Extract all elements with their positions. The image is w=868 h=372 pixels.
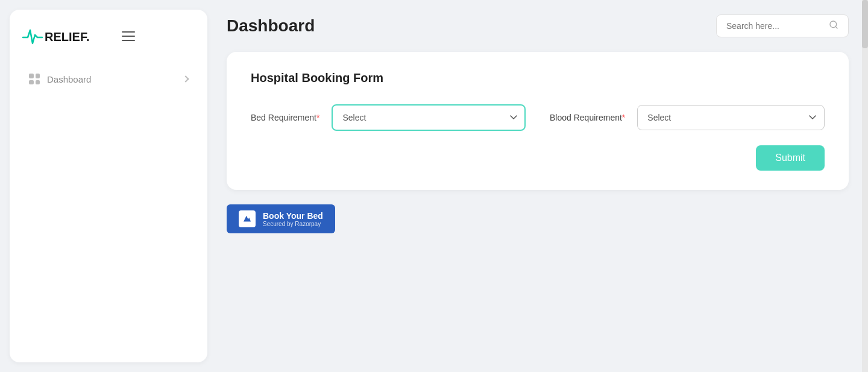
blood-select-wrapper: Select A+ A- B+ B- O+ O- AB+ AB- xyxy=(637,105,825,130)
blood-requirement-group: Blood Requirement* Select A+ A- B+ B- O+… xyxy=(550,105,825,130)
submit-button[interactable]: Submit xyxy=(756,145,825,171)
sidebar-item-left: Dashboard xyxy=(29,74,91,84)
blood-requirement-label: Blood Requirement* xyxy=(550,113,625,122)
form-card: Hospital Booking Form Bed Requirement* S… xyxy=(227,52,849,190)
logo-area: RELIEF. xyxy=(22,24,195,48)
razorpay-button[interactable]: Book Your Bed Secured by Razorpay xyxy=(227,204,335,233)
search-container xyxy=(716,14,849,37)
submit-row: Submit xyxy=(251,145,825,171)
sidebar: RELIEF. Dashboard xyxy=(10,10,207,362)
sidebar-item-label: Dashboard xyxy=(47,74,91,84)
page-title: Dashboard xyxy=(227,16,315,36)
main-content: Dashboard Hospital Booking Form Bed Requ… xyxy=(217,0,868,372)
search-icon xyxy=(829,20,838,32)
bed-requirement-select[interactable]: Select ICU General Private xyxy=(332,104,526,131)
chevron-right-icon xyxy=(182,75,189,82)
razorpay-main-text: Book Your Bed xyxy=(263,211,323,221)
bed-select-wrapper: Select ICU General Private xyxy=(332,104,526,131)
scrollbar-thumb[interactable] xyxy=(862,0,868,48)
razorpay-icon xyxy=(239,210,256,227)
form-row: Bed Requirement* Select ICU General Priv… xyxy=(251,104,825,131)
header: Dashboard xyxy=(217,10,858,52)
razorpay-sub-text: Secured by Razorpay xyxy=(263,221,323,227)
sidebar-item-dashboard[interactable]: Dashboard xyxy=(22,68,195,90)
scrollbar[interactable] xyxy=(862,0,868,372)
form-title: Hospital Booking Form xyxy=(251,71,825,85)
razorpay-text: Book Your Bed Secured by Razorpay xyxy=(263,211,323,227)
blood-required-star: * xyxy=(622,113,625,122)
bed-requirement-group: Bed Requirement* Select ICU General Priv… xyxy=(251,104,526,131)
bed-requirement-label: Bed Requirement* xyxy=(251,113,319,122)
logo: RELIEF. xyxy=(22,24,112,48)
blood-requirement-select[interactable]: Select A+ A- B+ B- O+ O- AB+ AB- xyxy=(637,105,825,130)
bed-required-star: * xyxy=(316,113,319,122)
hamburger-button[interactable] xyxy=(119,29,137,43)
svg-text:RELIEF.: RELIEF. xyxy=(45,30,89,43)
search-input[interactable] xyxy=(726,21,824,31)
svg-line-2 xyxy=(835,27,837,28)
grid-icon xyxy=(29,74,40,84)
